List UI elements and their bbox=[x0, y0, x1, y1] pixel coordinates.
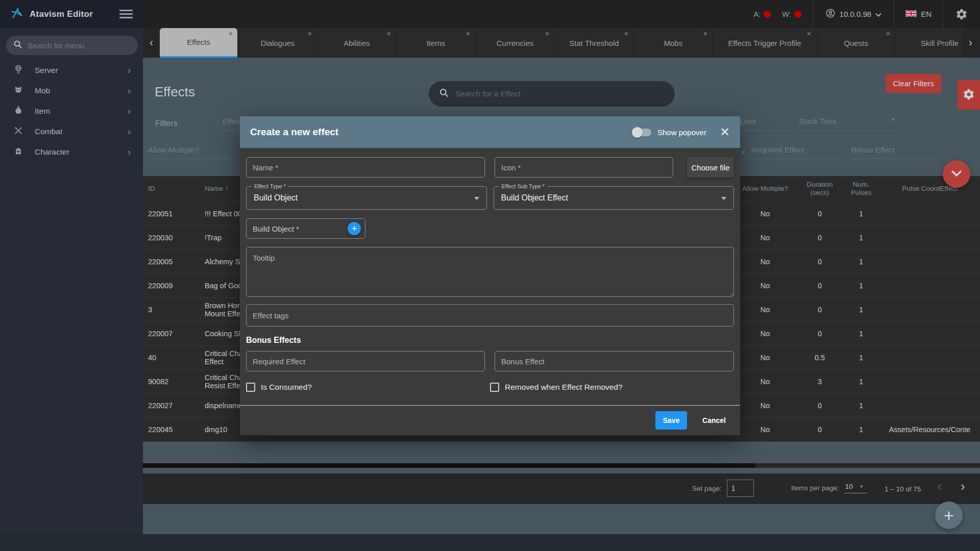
filter-stack-time[interactable]: Stack Time▼ bbox=[799, 117, 896, 131]
tabs-scroll-left-icon[interactable]: ‹ bbox=[143, 28, 160, 58]
tab-label: Quests bbox=[844, 39, 868, 47]
add-effect-fab[interactable]: + bbox=[935, 502, 963, 529]
column-header-allow-multiple-[interactable]: Allow Multiple? bbox=[733, 176, 797, 202]
tab-abilities[interactable]: Abilities× bbox=[318, 28, 396, 58]
close-icon[interactable]: ✕ bbox=[720, 126, 730, 138]
scroll-down-fab[interactable] bbox=[943, 160, 970, 188]
table-cell: 0 bbox=[797, 274, 843, 298]
table-settings-button[interactable] bbox=[958, 80, 980, 110]
close-icon[interactable]: × bbox=[886, 30, 890, 38]
table-cell: 0 bbox=[797, 250, 843, 274]
tooltip-textarea[interactable] bbox=[246, 247, 734, 297]
close-icon[interactable]: × bbox=[545, 30, 549, 38]
table-cell: 1 bbox=[843, 298, 879, 322]
tab-effects[interactable]: Effects× bbox=[160, 28, 237, 58]
topbar-brand: Atavism Editor bbox=[0, 0, 143, 28]
table-cell: 220009 bbox=[143, 274, 202, 298]
hamburger-menu-icon[interactable] bbox=[119, 10, 133, 18]
tabbar: ‹ Effects×Dialogues×Abilities×Items×Curr… bbox=[143, 28, 980, 58]
table-cell: 1 bbox=[843, 202, 879, 226]
tab-mobs[interactable]: Mobs× bbox=[634, 28, 712, 58]
mob-icon bbox=[13, 85, 23, 97]
close-icon[interactable]: × bbox=[387, 30, 391, 38]
tab-stat-threshold[interactable]: Stat Threshold× bbox=[555, 28, 633, 58]
effect-sub-type-select[interactable]: Effect Sub Type * Build Object Effect bbox=[494, 186, 734, 210]
sidebar-search-input[interactable] bbox=[28, 41, 119, 50]
next-page-icon[interactable]: › bbox=[961, 479, 965, 494]
sidebar-item-label: Character bbox=[35, 147, 69, 157]
effect-search[interactable] bbox=[429, 81, 675, 107]
dropdown-caret-icon: ▼ bbox=[741, 149, 746, 155]
effect-tags-field[interactable] bbox=[246, 304, 734, 327]
save-button[interactable]: Save bbox=[655, 411, 687, 430]
effect-type-select[interactable]: Effect Type * Build Object bbox=[246, 186, 487, 210]
horizontal-scrollbar-thumb[interactable] bbox=[143, 463, 755, 468]
items-per-page-select[interactable]: 10 ▼ bbox=[844, 483, 867, 493]
server-selector[interactable]: 10.0.0.98 bbox=[825, 8, 882, 20]
pagination-range: 1 – 10 of 75 bbox=[885, 485, 921, 493]
table-cell: 0 bbox=[797, 298, 843, 322]
filter-bonus-effect[interactable]: Bonus Effect bbox=[851, 145, 942, 159]
set-page-label: Set page: bbox=[692, 485, 722, 492]
column-header-id[interactable]: ID bbox=[143, 176, 202, 202]
sidebar-item-combat[interactable]: Combat› bbox=[0, 121, 143, 142]
close-icon[interactable]: × bbox=[229, 30, 233, 38]
close-icon[interactable]: × bbox=[466, 30, 470, 38]
clear-filters-button[interactable]: Clear Filters bbox=[886, 74, 941, 93]
tabs: Effects×Dialogues×Abilities×Items×Curren… bbox=[160, 28, 963, 58]
column-header-num-pulses[interactable]: Num. Pulses bbox=[843, 176, 879, 202]
item-bag-icon bbox=[13, 105, 23, 117]
close-icon[interactable]: × bbox=[308, 30, 312, 38]
tab-effects-trigger-profile[interactable]: Effects Trigger Profile× bbox=[714, 28, 816, 58]
status-a-dot bbox=[764, 11, 771, 18]
language-code: EN bbox=[921, 10, 932, 18]
filter-allow-multiple[interactable]: Allow Multiple? bbox=[148, 145, 238, 159]
sidebar-item-item[interactable]: Item› bbox=[0, 101, 143, 121]
sidebar-item-character[interactable]: Character› bbox=[0, 142, 143, 162]
bonus-effect-field[interactable] bbox=[495, 351, 734, 371]
show-popover-label: Show popover bbox=[657, 128, 706, 137]
chevron-right-icon: › bbox=[128, 66, 131, 75]
choose-file-button[interactable]: Choose file bbox=[687, 157, 734, 178]
tab-label: Effects Trigger Profile bbox=[728, 39, 801, 47]
tabs-scroll-right-icon[interactable]: › bbox=[962, 28, 979, 58]
sidebar-item-label: Server bbox=[35, 66, 58, 75]
language-selector[interactable]: EN bbox=[905, 10, 932, 18]
previous-page-icon[interactable]: ‹ bbox=[937, 479, 942, 494]
chevron-right-icon: › bbox=[128, 127, 131, 136]
close-icon[interactable]: × bbox=[807, 30, 811, 38]
tab-currencies[interactable]: Currencies× bbox=[476, 28, 554, 58]
tab-skill-profile[interactable]: Skill Profile× bbox=[896, 28, 963, 58]
close-icon[interactable]: × bbox=[624, 30, 628, 38]
filter-required-effect[interactable]: Required Effect bbox=[751, 145, 845, 159]
name-field[interactable] bbox=[246, 157, 485, 178]
tab-dialogues[interactable]: Dialogues× bbox=[239, 28, 316, 58]
set-page-input[interactable] bbox=[727, 480, 754, 497]
table-cell: 1 bbox=[843, 370, 879, 394]
icon-field[interactable] bbox=[495, 157, 673, 178]
table-cell bbox=[879, 346, 980, 370]
cancel-button[interactable]: Cancel bbox=[702, 416, 726, 424]
close-icon[interactable]: × bbox=[703, 30, 707, 38]
show-popover-toggle[interactable] bbox=[633, 129, 651, 136]
bonus-effects-heading: Bonus Effects bbox=[246, 336, 734, 345]
table-cell: 0 bbox=[797, 226, 843, 250]
sort-ascending-icon: ↑ bbox=[225, 185, 229, 192]
sidebar-item-mob[interactable]: Mob› bbox=[0, 81, 143, 101]
sidebar-item-server[interactable]: Server› bbox=[0, 60, 143, 81]
add-build-object-button[interactable]: + bbox=[348, 222, 361, 235]
required-effect-field[interactable] bbox=[246, 351, 485, 371]
tab-items[interactable]: Items× bbox=[397, 28, 475, 58]
table-cell: 40 bbox=[143, 346, 202, 370]
settings-gear-icon[interactable] bbox=[955, 8, 968, 20]
table-cell: 1 bbox=[843, 226, 879, 250]
column-header-duration-secs-[interactable]: Duration (secs) bbox=[797, 176, 843, 202]
modal-body: Choose file Effect Type * Build Object E… bbox=[240, 148, 740, 405]
build-object-field[interactable]: Build Object * + bbox=[246, 218, 365, 239]
effect-search-input[interactable] bbox=[455, 89, 649, 98]
removed-when-effect-removed-checkbox[interactable]: Removed when Effect Removed? bbox=[490, 383, 734, 392]
dropdown-caret-icon bbox=[474, 197, 479, 200]
tab-quests[interactable]: Quests× bbox=[817, 28, 895, 58]
sidebar-search[interactable] bbox=[6, 36, 138, 55]
is-consumed-checkbox[interactable]: Is Consumed? bbox=[246, 383, 490, 392]
